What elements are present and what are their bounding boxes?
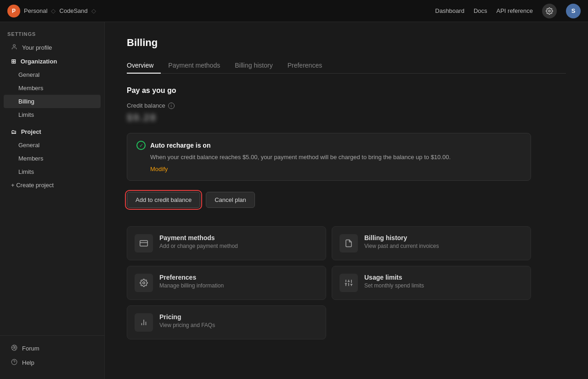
forum-icon	[11, 345, 17, 352]
sidebar-general-label: General	[18, 71, 40, 78]
svg-point-7	[143, 281, 145, 284]
sidebar-item-your-profile[interactable]: Your profile	[4, 40, 101, 55]
sidebar-billing-label: Billing	[18, 98, 34, 105]
sidebar-limits-label: Limits	[18, 111, 34, 118]
auto-recharge-check-icon: ✓	[136, 141, 146, 150]
billing-history-card-desc: View past and current invoices	[364, 243, 439, 249]
preferences-card-title: Preferences	[159, 274, 224, 281]
payment-methods-card-desc: Add or change payment method	[159, 243, 238, 249]
preferences-card-icon	[135, 274, 153, 292]
docs-link[interactable]: Docs	[474, 7, 487, 14]
usage-limits-card-text: Usage limits Set monthly spend limits	[364, 274, 424, 289]
sidebar-project-label: 🗂 Project	[4, 125, 101, 138]
help-icon	[11, 359, 17, 367]
sidebar-your-profile-label: Your profile	[22, 44, 52, 51]
api-reference-link[interactable]: API reference	[497, 7, 533, 14]
settings-icon-button[interactable]	[542, 4, 557, 18]
workspace-avatar[interactable]: P	[7, 5, 20, 17]
auto-recharge-box: ✓ Auto recharge is on When your credit b…	[127, 133, 531, 181]
payment-methods-card-text: Payment methods Add or change payment me…	[159, 234, 238, 249]
billing-history-card-icon	[339, 234, 358, 253]
profile-icon	[11, 44, 17, 52]
payment-methods-card[interactable]: Payment methods Add or change payment me…	[127, 226, 326, 260]
tab-payment-methods[interactable]: Payment methods	[161, 58, 227, 74]
billing-tabs: Overview Payment methods Billing history…	[127, 58, 566, 74]
topnav-right: Dashboard Docs API reference S	[435, 4, 581, 18]
pricing-card-text: Pricing View pricing and FAQs	[159, 313, 215, 328]
sidebar-item-forum[interactable]: Forum	[4, 341, 101, 356]
pricing-card[interactable]: Pricing View pricing and FAQs	[127, 305, 326, 339]
sidebar-item-general[interactable]: General	[4, 68, 101, 81]
sidebar-bottom: Forum Help	[0, 335, 104, 370]
cancel-plan-button[interactable]: Cancel plan	[206, 192, 255, 208]
billing-history-card[interactable]: Billing history View past and current in…	[332, 226, 531, 260]
billing-history-card-text: Billing history View past and current in…	[364, 234, 439, 249]
preferences-card-text: Preferences Manage billing information	[159, 274, 224, 289]
breadcrumb-separator2: ◇	[91, 7, 96, 14]
credit-amount: $9.28	[127, 112, 566, 124]
action-buttons: Add to credit balance Cancel plan	[127, 192, 566, 208]
usage-limits-card[interactable]: Usage limits Set monthly spend limits	[332, 266, 531, 300]
tab-billing-history[interactable]: Billing history	[227, 58, 280, 74]
svg-point-0	[548, 10, 550, 12]
sidebar-item-project-limits[interactable]: Limits	[4, 165, 101, 178]
create-project-button[interactable]: + Create project	[4, 178, 101, 192]
pricing-card-icon	[135, 313, 153, 332]
project-icon: 🗂	[11, 129, 17, 135]
pricing-card-title: Pricing	[159, 313, 215, 321]
sidebar-organization-label: ⊞ Organization	[4, 55, 101, 68]
svg-point-1	[13, 45, 16, 47]
billing-history-card-title: Billing history	[364, 234, 439, 241]
credit-balance-info-icon[interactable]: i	[168, 103, 175, 109]
topnav-breadcrumb: P Personal ◇ CodeSand ◇	[7, 5, 96, 17]
usage-limits-card-desc: Set monthly spend limits	[364, 282, 424, 289]
sidebar-item-project-general[interactable]: General	[4, 138, 101, 152]
dashboard-link[interactable]: Dashboard	[435, 7, 464, 14]
main-layout: SETTINGS Your profile ⊞ Organization Gen…	[0, 22, 588, 379]
project-name[interactable]: CodeSand	[59, 7, 87, 14]
auto-recharge-title: Auto recharge is on	[150, 142, 210, 149]
sidebar-item-billing[interactable]: Billing	[4, 95, 101, 108]
usage-limits-card-icon	[339, 274, 358, 292]
org-icon: ⊞	[11, 58, 16, 65]
sidebar-item-help[interactable]: Help	[4, 356, 101, 370]
sidebar-item-members[interactable]: Members	[4, 81, 101, 95]
usage-limits-card-title: Usage limits	[364, 274, 424, 281]
workspace-name[interactable]: Personal	[24, 7, 47, 14]
tab-preferences[interactable]: Preferences	[280, 58, 329, 74]
billing-cards-grid: Payment methods Add or change payment me…	[127, 226, 531, 339]
content-area: Billing Overview Payment methods Billing…	[105, 22, 588, 379]
sidebar-item-project-members[interactable]: Members	[4, 152, 101, 165]
auto-recharge-header: ✓ Auto recharge is on	[136, 141, 521, 150]
sidebar-project-members-label: Members	[18, 155, 43, 162]
pricing-card-desc: View pricing and FAQs	[159, 322, 215, 328]
auto-recharge-description: When your credit balance reaches $5.00, …	[150, 153, 521, 162]
sidebar-section-settings: SETTINGS	[0, 31, 104, 40]
credit-balance-label: Credit balance i	[127, 102, 566, 109]
svg-rect-5	[140, 241, 148, 246]
sidebar-item-limits[interactable]: Limits	[4, 108, 101, 121]
sidebar: SETTINGS Your profile ⊞ Organization Gen…	[0, 22, 105, 379]
add-to-credit-balance-button[interactable]: Add to credit balance	[127, 192, 200, 208]
help-label: Help	[22, 359, 34, 366]
tab-overview[interactable]: Overview	[127, 58, 161, 74]
modify-link[interactable]: Modify	[150, 166, 168, 172]
create-project-label: + Create project	[11, 182, 54, 189]
payment-methods-card-title: Payment methods	[159, 234, 238, 241]
sidebar-project-general-label: General	[18, 142, 40, 149]
sidebar-members-label: Members	[18, 85, 43, 92]
user-avatar[interactable]: S	[566, 4, 581, 18]
pay-as-you-go-title: Pay as you go	[127, 86, 566, 95]
preferences-card-desc: Manage billing information	[159, 282, 224, 289]
sidebar-project-limits-label: Limits	[18, 168, 34, 175]
page-title: Billing	[127, 37, 566, 49]
breadcrumb-separator: ◇	[51, 7, 56, 14]
preferences-card[interactable]: Preferences Manage billing information	[127, 266, 326, 300]
forum-label: Forum	[22, 345, 40, 352]
payment-methods-card-icon	[135, 234, 153, 253]
topnav: P Personal ◇ CodeSand ◇ Dashboard Docs A…	[0, 0, 588, 22]
